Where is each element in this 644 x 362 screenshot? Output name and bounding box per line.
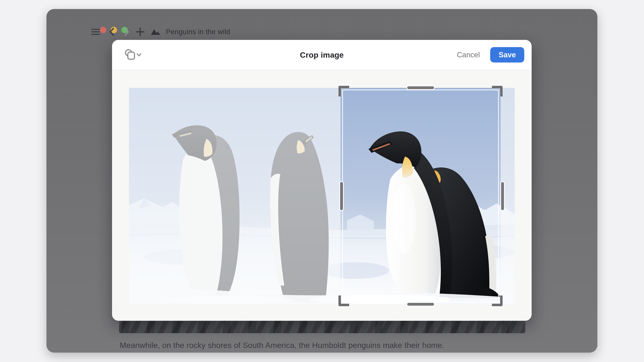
crop-image-modal: Crop image Cancel Save — [112, 40, 532, 321]
crop-edge-handle-bottom[interactable] — [407, 303, 434, 306]
crop-editor-canvas — [129, 88, 515, 304]
screen: Penguins in the wild Meanwhile, on the r… — [0, 0, 644, 362]
crop-preset-button[interactable] — [124, 48, 142, 61]
cancel-button[interactable]: Cancel — [457, 51, 480, 59]
crop-corner-handle-top-left[interactable] — [338, 86, 349, 96]
crop-dim-overlay-left — [129, 88, 340, 304]
menu-icon[interactable] — [91, 27, 100, 36]
crop-inner-border — [342, 89, 499, 303]
back-icon[interactable] — [109, 27, 114, 36]
crop-preset-icon — [124, 48, 142, 61]
modal-title: Crop image — [300, 50, 344, 59]
document-title: Penguins in the wild — [166, 27, 230, 36]
crop-corner-handle-bottom-left[interactable] — [338, 296, 349, 306]
crop-edge-handle-left[interactable] — [340, 182, 343, 210]
crop-edge-handle-right[interactable] — [501, 182, 504, 210]
forward-icon[interactable] — [124, 27, 130, 36]
add-icon[interactable] — [136, 27, 144, 36]
document-caption: Meanwhile, on the rocky shores of South … — [120, 341, 444, 350]
modal-header: Crop image Cancel Save — [112, 40, 532, 70]
chevron-down-icon — [137, 54, 141, 56]
crop-corner-handle-bottom-right[interactable] — [492, 296, 502, 306]
modal-actions: Cancel Save — [457, 47, 524, 62]
page-cover-icon[interactable] — [150, 27, 161, 36]
save-button[interactable]: Save — [490, 47, 524, 62]
crop-region[interactable] — [340, 88, 500, 304]
crop-edge-handle-top[interactable] — [407, 86, 434, 89]
close-window-button[interactable] — [100, 27, 106, 33]
crop-corner-handle-top-right[interactable] — [492, 86, 502, 96]
